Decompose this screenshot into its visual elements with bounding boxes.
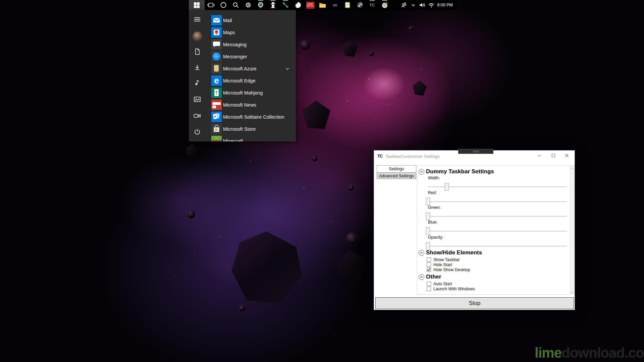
stop-button[interactable]: Stop [375,297,574,309]
notepad-plus-plus-button[interactable] [341,0,354,10]
checkbox[interactable] [427,262,431,267]
tab-advanced-settings[interactable]: Advanced Settings [377,172,416,179]
mahjong-icon [211,87,222,98]
chevron-up-icon [570,167,573,170]
people-button[interactable] [399,0,409,10]
palette-icon [381,1,388,9]
spy-icon [269,1,277,9]
minecraft-icon [211,136,222,141]
slider-thumb[interactable] [426,198,430,205]
checkbox[interactable] [427,257,431,262]
visual-studio-button[interactable]: ∞ [329,0,341,10]
mail-icon [211,15,222,25]
start-menu-app-messenger[interactable]: Messenger [189,51,296,63]
start-menu-app-solitaire[interactable]: ♠ Microsoft Solitaire Collection [189,111,296,123]
volume-button[interactable] [418,0,427,10]
wallpaper-rock [231,231,302,303]
app-label: Microsoft Solitaire Collection [223,111,284,123]
slider-thumb[interactable] [445,183,449,191]
slider-thumb[interactable] [426,242,430,250]
arrows-app-button[interactable] [279,0,291,10]
webcam-app-button[interactable] [254,0,267,10]
collapse-button[interactable] [419,274,424,280]
sync-arrows-icon [282,1,289,9]
steam-button[interactable] [354,0,366,10]
task-view-button[interactable] [205,0,217,10]
firefox-button[interactable] [291,0,304,10]
slider-thumb[interactable] [426,227,430,235]
app-label: Microsoft Azure [223,63,257,75]
expand-chevron-icon[interactable] [285,66,290,73]
start-button[interactable] [189,0,205,10]
slider-label: Width: [428,176,440,180]
section-show-hide-elements: Show/Hide Elements [419,249,482,256]
file-explorer-button[interactable] [316,0,329,10]
section-dummy-taskbar-settings: Dummy Taskbar Settings [419,168,494,175]
red-slider[interactable] [428,198,567,205]
start-menu: Mail Maps Messaging Messenger Microsoft … [189,10,296,141]
maps-icon [211,27,222,38]
start-menu-app-minecraft[interactable]: Minecraft [189,135,296,141]
start-menu-app-store[interactable]: Microsoft Store [189,123,296,135]
chevron-up-icon [420,170,423,174]
checkbox-hide-show-desktop[interactable]: Hide Show Desktop [427,267,470,272]
wallpaper-sphere [409,26,414,31]
paint-button[interactable] [378,0,391,10]
start-menu-app-edge[interactable]: e Microsoft Edge [189,75,296,87]
total-commander-button[interactable]: TC [366,0,378,10]
window-titlebar[interactable]: TC TaskbarCustomizer Settings [374,150,575,162]
checkbox-auto-start[interactable]: Auto Start [427,281,452,286]
start-menu-app-mail[interactable]: Mail [189,14,296,26]
collapse-button[interactable] [419,169,424,175]
opacity-slider[interactable] [428,242,567,250]
checkbox-launch-with-windows[interactable]: Launch With Windows [427,286,475,291]
section-title: Other [426,274,441,280]
checkbox-checked[interactable] [427,267,431,272]
taskbar: VOICEMEETER ∞ TC [189,0,457,10]
blue-slider[interactable] [428,227,567,235]
scrollbar[interactable] [570,166,574,295]
watermark-rest: download.com [561,345,644,361]
start-menu-app-mahjong[interactable]: Microsoft Mahjong [189,87,296,99]
edge-icon: e [211,75,222,86]
slider-thumb[interactable] [426,213,430,220]
scroll-down-button[interactable] [570,290,574,295]
taskbar-clock[interactable]: 8:00 PM [436,3,455,7]
solitaire-icon: ♠ [211,112,222,122]
visual-studio-icon: ∞ [333,2,337,8]
cortana-button[interactable] [217,0,229,10]
start-menu-app-messaging[interactable]: Messaging [189,39,296,51]
scroll-up-button[interactable] [570,166,574,171]
hidden-icons-button[interactable] [409,0,418,10]
app-label: Microsoft Edge [223,75,256,87]
wallpaper-sphere [369,51,374,56]
start-menu-app-news[interactable]: Microsoft News [189,99,296,111]
network-button[interactable] [427,0,436,10]
store-icon [211,124,222,134]
start-menu-app-maps[interactable]: Maps [189,26,296,39]
notepad-icon [344,1,351,9]
tab-settings[interactable]: Settings [377,165,416,172]
width-slider[interactable] [428,183,567,191]
start-menu-app-azure[interactable]: Microsoft Azure [189,63,296,75]
spy-app-button[interactable] [267,0,279,10]
search-button[interactable] [229,0,242,10]
maximize-button[interactable] [548,150,559,161]
checkbox[interactable] [427,287,431,291]
voicemeeter-button[interactable]: VOICEMEETER [304,0,316,10]
check-icon [427,268,431,272]
chevron-down-icon [410,1,417,9]
settings-button[interactable] [242,0,254,10]
slider-label: Red: [428,190,437,195]
checkbox-show-taskbar[interactable]: Show Taskbar [427,257,460,262]
collapse-button[interactable] [419,250,424,256]
wallpaper-sphere [187,210,195,219]
close-button[interactable] [561,150,573,161]
checkbox-hide-start[interactable]: Hide Start [427,262,452,267]
minimize-button[interactable] [534,150,545,161]
slider-track [428,246,567,247]
blue-slider-group: Blue: [417,220,572,233]
green-slider[interactable] [428,213,567,220]
wallpaper-sphere [239,305,246,312]
checkbox[interactable] [427,282,431,286]
